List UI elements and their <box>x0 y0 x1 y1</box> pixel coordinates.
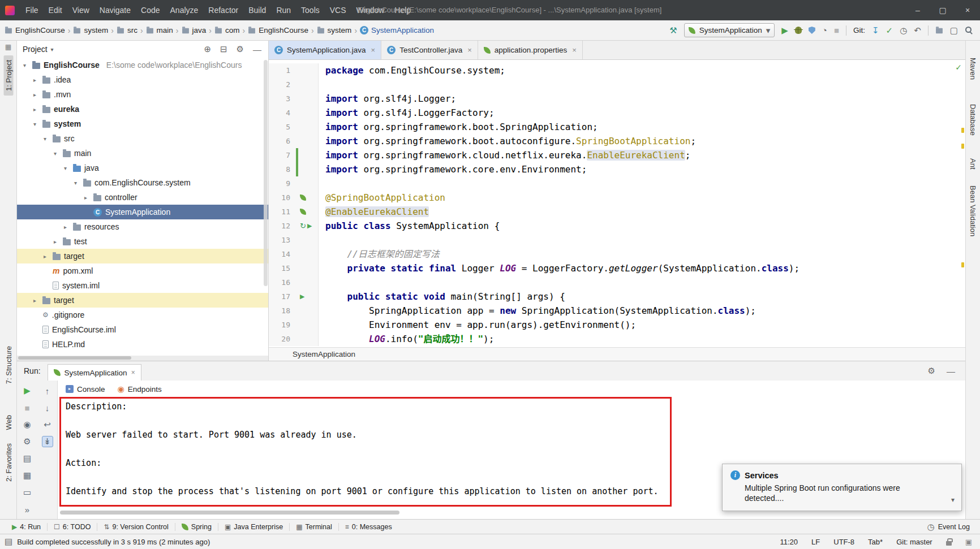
tree-item-target[interactable]: ▸target <box>17 293 268 308</box>
collapse-icon[interactable]: ▾ <box>31 121 39 127</box>
print-button[interactable]: ▦ <box>22 470 33 481</box>
close-icon[interactable]: × <box>371 46 376 54</box>
console-horizontal-scrollbar[interactable] <box>60 511 399 515</box>
breadcrumb-item-englishcourse[interactable]: EnglishCourse <box>248 26 308 34</box>
status-11-20[interactable]: 11:20 <box>780 538 798 546</box>
run-line-icon[interactable]: ▶ <box>300 289 304 304</box>
tree-item-help.md[interactable]: HELP.md <box>17 337 268 352</box>
build-button[interactable]: ⚒ <box>669 25 677 36</box>
menu-tools[interactable]: Tools <box>296 0 325 20</box>
debug-button[interactable] <box>795 27 802 34</box>
notification-popup[interactable]: i Services Multiple Spring Boot run conf… <box>722 464 962 511</box>
git-rollback-button[interactable]: ↶ <box>914 25 921 36</box>
soft-wrap-button[interactable]: ↩ <box>42 419 53 430</box>
run-line-icon[interactable]: ▶ <box>307 219 312 233</box>
editor-tab-testcontroller.java[interactable]: CTestController.java× <box>381 41 478 59</box>
toolwindow-button-7-structure[interactable]: 7: Structure <box>4 346 12 384</box>
toolwindow-bar-spring[interactable]: Spring <box>175 523 218 531</box>
expand-icon[interactable]: ▸ <box>51 239 59 245</box>
breadcrumb-item-main[interactable]: main <box>146 26 173 34</box>
toolwindow-bar-4-run[interactable]: ▶4: Run <box>6 523 47 531</box>
tree-item-java[interactable]: ▾java <box>17 161 268 175</box>
settings-button[interactable]: ⚙ <box>22 436 33 447</box>
close-icon[interactable]: × <box>131 369 135 377</box>
tree-item-englishcourse[interactable]: ▾EnglishCourseE:\some code\workplace\Eng… <box>17 58 268 72</box>
tree-item-systemapplication[interactable]: CSystemApplication <box>17 205 268 219</box>
toolwindow-button-bean-validation[interactable]: Bean Validation <box>969 185 977 236</box>
editor-tab-application.properties[interactable]: application.properties× <box>478 41 583 59</box>
run-button[interactable]: ▶ <box>781 25 788 36</box>
stop-button[interactable]: ■ <box>834 25 839 35</box>
editor-breadcrumb[interactable]: SystemApplication <box>269 347 965 361</box>
minimize-button[interactable]: – <box>905 0 930 20</box>
toolwindow-bar-java-enterprise[interactable]: ▣Java Enterprise <box>218 523 289 531</box>
hide-icon[interactable]: — <box>947 366 955 376</box>
collapse-icon[interactable]: ▾ <box>20 62 29 68</box>
tree-item-main[interactable]: ▾main <box>17 146 268 161</box>
tree-item-test[interactable]: ▸test <box>17 234 268 249</box>
breadcrumb-item-system[interactable]: system <box>73 26 108 34</box>
toolwindow-button-maven[interactable]: Maven <box>969 58 977 80</box>
menu-view[interactable]: View <box>67 0 94 20</box>
breadcrumb-item-englishcourse[interactable]: EnglishCourse <box>5 26 65 34</box>
tree-item-target[interactable]: ▸target <box>17 249 268 263</box>
git-update-button[interactable]: ↧ <box>872 25 879 36</box>
toolwindow-bar-terminal[interactable]: ▦Terminal <box>290 523 338 531</box>
rerun-line-icon[interactable]: ↻ <box>300 219 306 233</box>
tree-item-com.englishcourse.system[interactable]: ▾com.EnglishCourse.system <box>17 175 268 190</box>
view-tab-console[interactable]: ▸Console <box>66 385 105 394</box>
menu-run[interactable]: Run <box>271 0 296 20</box>
breadcrumb-item-java[interactable]: java <box>182 26 207 34</box>
more-button[interactable]: » <box>22 504 33 515</box>
down-button[interactable]: ↓ <box>42 402 53 413</box>
project-tree-vertical-scrollbar[interactable] <box>264 60 268 286</box>
expand-icon[interactable]: ▸ <box>31 106 39 113</box>
expand-icon[interactable]: ▸ <box>31 297 39 304</box>
breadcrumb-item-com[interactable]: com <box>214 26 240 34</box>
hide-button[interactable]: — <box>253 44 261 54</box>
gear-icon[interactable]: ⚙ <box>928 366 935 376</box>
stop-button[interactable]: ■ <box>22 402 33 413</box>
chevron-down-icon[interactable]: ▾ <box>51 46 54 53</box>
rerun-button[interactable]: ▶ <box>22 385 33 396</box>
toolwindow-button-ant[interactable]: Ant <box>969 158 977 170</box>
toolwindow-bar-6-todo[interactable]: ☐6: TODO <box>48 523 97 531</box>
git-history-button[interactable]: ◷ <box>900 25 907 36</box>
menu-file[interactable]: File <box>20 0 44 20</box>
statusbar-menu-icon[interactable]: ▤ <box>5 537 12 547</box>
expand-icon[interactable]: ▸ <box>61 224 70 230</box>
menu-edit[interactable]: Edit <box>44 0 67 20</box>
tree-item-controller[interactable]: ▸controller <box>17 190 268 205</box>
status-git-master[interactable]: Git: master <box>896 538 932 546</box>
toolwindow-button-database[interactable]: Database <box>969 104 977 136</box>
expand-icon[interactable]: ▸ <box>31 92 39 98</box>
toolwindow-layout-button[interactable]: ▢ <box>950 25 958 36</box>
expand-icon[interactable]: ▸ <box>81 194 90 201</box>
git-commit-button[interactable]: ✓ <box>886 25 893 36</box>
up-button[interactable]: ↑ <box>42 385 53 396</box>
chevron-down-icon[interactable]: ▾ <box>951 496 955 504</box>
tree-item-eureka[interactable]: ▸eureka <box>17 102 268 116</box>
menu-code[interactable]: Code <box>136 0 165 20</box>
menu-navigate[interactable]: Navigate <box>94 0 136 20</box>
tree-item-system[interactable]: ▾system <box>17 116 268 131</box>
settings-button[interactable]: ⚙ <box>237 44 244 54</box>
close-button[interactable]: × <box>955 0 980 20</box>
menu-refactor[interactable]: Refactor <box>203 0 243 20</box>
toolwindow-button-2-favorites[interactable]: 2: Favorites <box>4 443 12 482</box>
shelve-button[interactable] <box>936 28 943 33</box>
tree-item-system.iml[interactable]: system.iml <box>17 278 268 293</box>
restore-layout-button[interactable]: ▤ <box>22 453 33 464</box>
project-tree-horizontal-scrollbar[interactable] <box>17 356 268 361</box>
editor-tab-systemapplication.java[interactable]: CSystemApplication.java× <box>269 41 381 59</box>
status-tab-[interactable]: Tab* <box>868 538 883 546</box>
menu-analyze[interactable]: Analyze <box>165 0 204 20</box>
coverage-button[interactable] <box>809 27 815 34</box>
run-config-select[interactable]: SystemApplication▾ <box>684 23 775 37</box>
locate-button[interactable]: ⊕ <box>204 44 211 54</box>
collapse-icon[interactable]: ▾ <box>41 136 49 142</box>
expand-icon[interactable]: ▸ <box>31 77 39 83</box>
scroll-end-button[interactable]: ↡ <box>42 436 53 447</box>
close-icon[interactable]: × <box>572 46 577 54</box>
run-tab-systemapplication[interactable]: SystemApplication × <box>48 364 141 381</box>
